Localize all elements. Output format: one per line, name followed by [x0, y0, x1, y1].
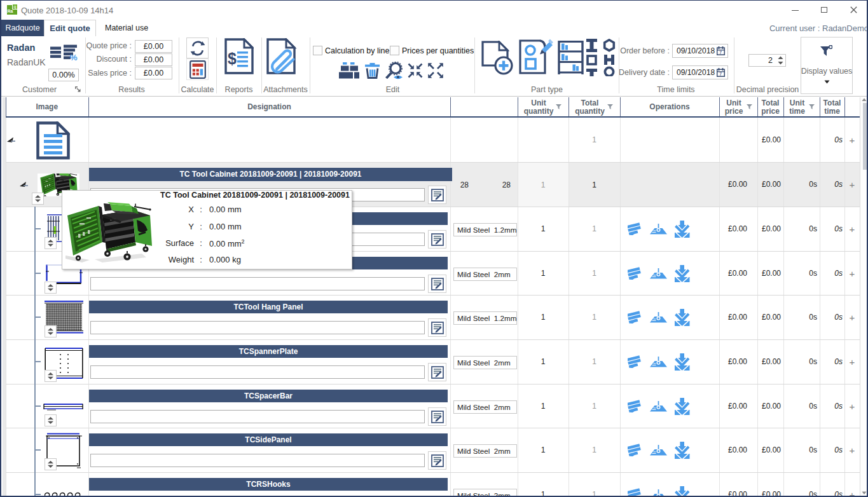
svg-text:7: 7 [719, 71, 722, 77]
svg-text:$: $ [228, 50, 237, 67]
svg-text:7: 7 [719, 50, 722, 55]
